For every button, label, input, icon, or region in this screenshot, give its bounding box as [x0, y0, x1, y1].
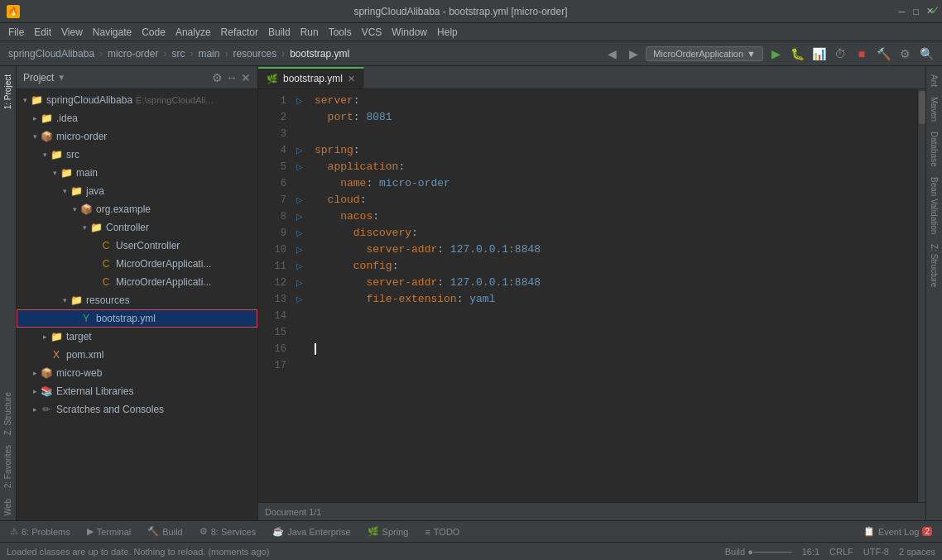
structure-tab[interactable]: Z: Structure: [2, 387, 14, 440]
profile-button[interactable]: ⏱: [831, 45, 849, 63]
bottom-tab-8:-services[interactable]: ⚙8: Services: [193, 524, 262, 540]
tree-item-microorderapplicati1[interactable]: CMicroOrderApplicati...: [17, 255, 257, 273]
menu-item-window[interactable]: Window: [387, 23, 432, 41]
panel-expand-icon[interactable]: ↔: [226, 71, 238, 84]
menu-item-view[interactable]: View: [56, 23, 88, 41]
breadcrumb-part-1[interactable]: micro-order: [106, 48, 160, 60]
menu-item-file[interactable]: File: [3, 23, 29, 41]
gutter-item-10: ▷: [291, 242, 308, 258]
tree-item-external-libraries[interactable]: ▸📚External Libraries: [17, 382, 257, 400]
line-separator[interactable]: CRLF: [829, 547, 853, 557]
debug-button[interactable]: 🐛: [788, 45, 806, 63]
tree-item-java[interactable]: ▾📁java: [17, 182, 257, 200]
right-tab-0[interactable]: Ant: [928, 69, 940, 92]
breadcrumb-part-0[interactable]: springCloudAlibaba: [7, 48, 96, 60]
editor-scrollbar[interactable]: ✓: [917, 89, 925, 502]
tree-item-resources[interactable]: ▾📁resources: [17, 291, 257, 309]
tree-icon-class: C: [99, 275, 113, 289]
bottom-tab-terminal[interactable]: ▶Terminal: [80, 524, 138, 540]
right-tab-4[interactable]: Z: Structure: [928, 239, 940, 292]
tree-item-src[interactable]: ▾📁src: [17, 146, 257, 164]
tree-item-scratches-and-consoles[interactable]: ▸✏Scratches and Consoles: [17, 400, 257, 419]
favorites-tab[interactable]: 2: Favorites: [2, 440, 14, 493]
tab-close-button[interactable]: ✕: [348, 74, 355, 84]
panel-dropdown-icon[interactable]: ▼: [57, 73, 65, 82]
build-project-button[interactable]: 🔨: [874, 45, 892, 63]
tree-item-micro-order[interactable]: ▾📦micro-order: [17, 127, 257, 146]
menu-item-build[interactable]: Build: [263, 23, 296, 41]
menu-item-tools[interactable]: Tools: [324, 23, 357, 41]
editor-tabs: 🌿 bootstrap.yml ✕: [258, 66, 925, 89]
menu-item-code[interactable]: Code: [137, 23, 171, 41]
line-number-13: 13: [258, 291, 286, 308]
tree-item-microorderapplicati2[interactable]: CMicroOrderApplicati...: [17, 273, 257, 291]
tree-label-idea: .idea: [56, 112, 78, 124]
panel-close-icon[interactable]: ✕: [241, 71, 251, 84]
editor-tab-bootstrap-yml[interactable]: 🌿 bootstrap.yml ✕: [258, 67, 364, 89]
project-tab[interactable]: 1: Project: [2, 69, 14, 114]
tree-item-pom-xml[interactable]: Xpom.xml: [17, 346, 257, 364]
menu-item-refactor[interactable]: Refactor: [216, 23, 263, 41]
web-tab[interactable]: Web: [2, 494, 14, 520]
run-config-selector[interactable]: MicroOrderApplication ▼: [646, 46, 763, 61]
menu-item-run[interactable]: Run: [296, 23, 324, 41]
bottom-tab-spring[interactable]: 🌿Spring: [361, 524, 416, 540]
tree-item-org-example[interactable]: ▾📦org.example: [17, 200, 257, 218]
code-line-11: config:: [315, 258, 911, 275]
stop-button[interactable]: ■: [853, 45, 871, 63]
menu-item-analyze[interactable]: Analyze: [171, 23, 216, 41]
line-number-2: 2: [258, 109, 286, 126]
encoding[interactable]: UTF-8: [863, 547, 889, 557]
right-tab-2[interactable]: Database: [928, 127, 940, 172]
tree-item-target[interactable]: ▸📁target: [17, 328, 257, 346]
bottom-tab-build[interactable]: 🔨Build: [141, 524, 189, 540]
tree-item-idea[interactable]: ▸📁.idea: [17, 109, 257, 127]
menu-item-navigate[interactable]: Navigate: [88, 23, 137, 41]
breadcrumb-part-3[interactable]: main: [196, 48, 221, 60]
tree-item-bootstrap-yml[interactable]: Ybootstrap.yml: [17, 309, 257, 328]
maximize-button[interactable]: □: [911, 6, 921, 17]
cursor-position[interactable]: 16:1: [802, 547, 819, 557]
gutter-item-6: [291, 175, 308, 192]
window-controls[interactable]: ─ □ ✕: [896, 6, 935, 17]
tree-item-main[interactable]: ▾📁main: [17, 164, 257, 182]
bottom-tab-event-log[interactable]: 📋Event Log2: [857, 524, 939, 540]
search-everywhere-button[interactable]: 🔍: [917, 45, 935, 63]
menu-item-edit[interactable]: Edit: [29, 23, 56, 41]
menu-item-help[interactable]: Help: [432, 23, 463, 41]
indent-style[interactable]: 2 spaces: [899, 547, 935, 557]
token: yaml: [469, 293, 495, 305]
minimize-button[interactable]: ─: [896, 6, 907, 17]
breadcrumb-part-4[interactable]: resources: [231, 48, 278, 60]
right-tab-3[interactable]: Bean Validation: [928, 172, 940, 239]
bottom-tab-todo[interactable]: ≡TODO: [418, 524, 466, 540]
toolbar-right: ◀ ▶ MicroOrderApplication ▼ ▶ 🐛 📊 ⏱ ■ 🔨 …: [603, 45, 935, 63]
bottom-tab-java-enterprise[interactable]: ☕Java Enterprise: [266, 524, 357, 540]
scrollbar-thumb[interactable]: [919, 91, 925, 124]
settings-button[interactable]: ⚙: [896, 45, 914, 63]
line-number-5: 5: [258, 159, 286, 175]
token: [315, 227, 353, 239]
menu-item-vcs[interactable]: VCS: [357, 23, 387, 41]
tree-item-usercontroller[interactable]: CUserController: [17, 237, 257, 255]
panel-settings-icon[interactable]: ⚙: [212, 71, 223, 84]
tree-item-micro-web[interactable]: ▸📦micro-web: [17, 364, 257, 382]
editor-content: 1234567891011121314151617 ▷▷▷▷▷▷▷▷▷▷ ser…: [258, 89, 925, 502]
forward-button[interactable]: ▶: [624, 45, 642, 63]
line-number-3: 3: [258, 126, 286, 142]
bottom-tab-6:-problems[interactable]: ⚠6: Problems: [3, 524, 77, 540]
tree-item-controller[interactable]: ▾📁Controller: [17, 218, 257, 237]
back-button[interactable]: ◀: [603, 45, 621, 63]
bottom-tab-icon: ☕: [272, 526, 284, 537]
run-button[interactable]: ▶: [767, 45, 785, 63]
code-editor[interactable]: server: port: 8081 spring: application: …: [308, 89, 917, 502]
tree-item-springcloudalibaba[interactable]: ▾📁springCloudAlibabaE:\springCloudAli...: [17, 91, 257, 109]
code-line-14: [315, 308, 911, 324]
breadcrumb-part-2[interactable]: src: [170, 48, 186, 60]
token: [315, 194, 328, 206]
token: :: [353, 94, 360, 107]
code-line-4: spring:: [315, 142, 911, 159]
tree-label-usercontroller: UserController: [116, 240, 180, 251]
right-tab-1[interactable]: Maven: [928, 92, 940, 127]
coverage-button[interactable]: 📊: [810, 45, 828, 63]
